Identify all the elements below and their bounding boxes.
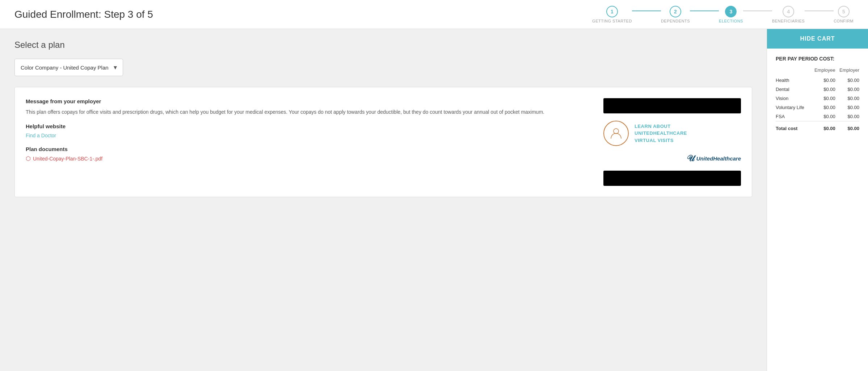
dropdown-arrow-icon: ▾ <box>114 63 117 71</box>
col-header-category <box>776 67 810 76</box>
cost-row-employer: $0.00 <box>835 85 859 94</box>
cost-row-label: Vision <box>776 94 810 103</box>
cost-row-employer: $0.00 <box>835 112 859 121</box>
employer-message-text: This plan offers copays for office visit… <box>26 108 589 116</box>
plan-dropdown-label: Color Company - United Copay Plan <box>21 64 109 71</box>
step-indicator: 1 GETTING STARTED 2 DEPENDENTS 3 ELECTIO… <box>592 6 854 23</box>
step-4-label: BENEFICIARIES <box>772 19 805 23</box>
plan-card-right: LEARN ABOUTUNITEDHEALTHCAREVIRTUAL VISIT… <box>603 98 741 186</box>
step-1-label: GETTING STARTED <box>592 19 632 23</box>
main-layout: Select a plan Color Company - United Cop… <box>0 29 868 371</box>
uhc-logo: 𝒰 UnitedHealthcare <box>603 153 741 163</box>
step-2-label: DEPENDENTS <box>661 19 690 23</box>
pdf-icon: ⬡ <box>26 155 31 162</box>
top-image-bar <box>603 98 741 113</box>
hide-cart-button[interactable]: HIDE CART <box>767 29 868 49</box>
cost-table: Employee Employer Health $0.00 $0.00 Den… <box>776 67 859 133</box>
cost-row-label: Dental <box>776 85 810 94</box>
step-5-label: CONFIRM <box>834 19 854 23</box>
plan-dropdown[interactable]: Color Company - United Copay Plan ▾ <box>14 59 123 76</box>
cost-row-employer: $0.00 <box>835 103 859 112</box>
total-label: Total cost <box>776 121 810 133</box>
virtual-visits-text: LEARN ABOUTUNITEDHEALTHCAREVIRTUAL VISIT… <box>635 123 687 144</box>
uhc-logo-u-icon: 𝒰 <box>687 153 694 163</box>
cost-row-employee: $0.00 <box>810 85 835 94</box>
header: Guided Enrollment: Step 3 of 5 1 GETTING… <box>0 0 868 29</box>
content-area: Select a plan Color Company - United Cop… <box>0 29 767 371</box>
step-3-circle: 3 <box>725 6 737 17</box>
cost-row-employee: $0.00 <box>810 112 835 121</box>
col-header-employee: Employee <box>810 67 835 76</box>
cost-row-employee: $0.00 <box>810 103 835 112</box>
col-header-employer: Employer <box>835 67 859 76</box>
pdf-document-link[interactable]: ⬡ United-Copay-Plan-SBC-1-.pdf <box>26 155 589 162</box>
cost-row-1: Dental $0.00 $0.00 <box>776 85 859 94</box>
cost-row-label: FSA <box>776 112 810 121</box>
cost-row-label: Health <box>776 76 810 85</box>
step-1[interactable]: 1 GETTING STARTED <box>592 6 632 23</box>
helpful-website-title: Helpful website <box>26 123 589 129</box>
cost-row-0: Health $0.00 $0.00 <box>776 76 859 85</box>
connector-1-2 <box>632 11 661 11</box>
cart-content: PER PAY PERIOD COST: Employee Employer H… <box>767 49 868 140</box>
step-2-circle: 2 <box>670 6 681 17</box>
page-title: Guided Enrollment: Step 3 of 5 <box>14 9 153 20</box>
virtual-visits-icon <box>603 121 629 146</box>
cost-row-4: FSA $0.00 $0.00 <box>776 112 859 121</box>
cost-row-employee: $0.00 <box>810 76 835 85</box>
step-3[interactable]: 3 ELECTIONS <box>719 6 743 23</box>
cost-row-employer: $0.00 <box>835 94 859 103</box>
cost-row-2: Vision $0.00 $0.00 <box>776 94 859 103</box>
plan-card-left: Message from your employer This plan off… <box>26 98 589 186</box>
step-2[interactable]: 2 DEPENDENTS <box>661 6 690 23</box>
cost-row-employee: $0.00 <box>810 94 835 103</box>
virtual-visits-box[interactable]: LEARN ABOUTUNITEDHEALTHCAREVIRTUAL VISIT… <box>603 121 741 146</box>
plan-card: Message from your employer This plan off… <box>14 87 752 197</box>
step-3-label: ELECTIONS <box>719 19 743 23</box>
step-5[interactable]: 5 CONFIRM <box>834 6 854 23</box>
step-4[interactable]: 4 BENEFICIARIES <box>772 6 805 23</box>
step-5-circle: 5 <box>838 6 850 17</box>
cost-row-3: Voluntary Life $0.00 $0.00 <box>776 103 859 112</box>
step-4-circle: 4 <box>783 6 794 17</box>
total-row: Total cost $0.00 $0.00 <box>776 121 859 133</box>
svg-point-0 <box>614 129 619 134</box>
cost-row-employer: $0.00 <box>835 76 859 85</box>
bottom-image-bar <box>603 171 741 186</box>
total-employee: $0.00 <box>810 121 835 133</box>
cost-row-label: Voluntary Life <box>776 103 810 112</box>
connector-4-5 <box>805 11 834 11</box>
employer-message-title: Message from your employer <box>26 98 589 104</box>
per-pay-period-label: PER PAY PERIOD COST: <box>776 56 859 62</box>
plan-selector-wrapper: Color Company - United Copay Plan ▾ <box>14 59 752 76</box>
find-doctor-link[interactable]: Find a Doctor <box>26 133 56 138</box>
connector-3-4 <box>743 11 772 11</box>
uhc-logo-text: UnitedHealthcare <box>696 155 741 162</box>
connector-2-3 <box>690 11 719 11</box>
cart-sidebar: HIDE CART PER PAY PERIOD COST: Employee … <box>767 29 868 371</box>
plan-documents-title: Plan documents <box>26 146 589 152</box>
total-employer: $0.00 <box>835 121 859 133</box>
section-title: Select a plan <box>14 40 752 50</box>
pdf-link-text: United-Copay-Plan-SBC-1-.pdf <box>33 156 102 162</box>
step-1-circle: 1 <box>606 6 618 17</box>
